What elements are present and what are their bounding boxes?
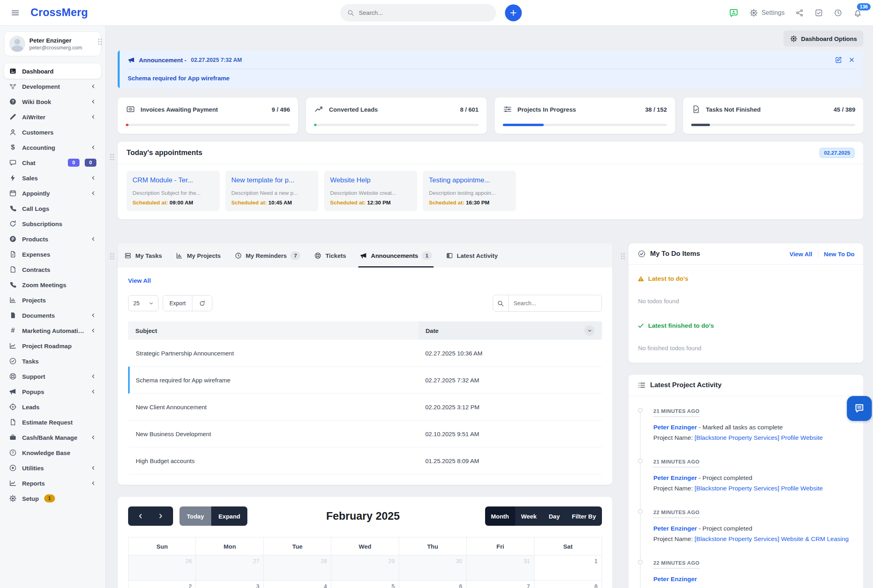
sort-chevron-button[interactable] [584,325,595,336]
calendar-day[interactable]: 1 [534,555,602,580]
table-search-input[interactable] [509,300,602,306]
drag-handle[interactable] [620,252,626,260]
table-row[interactable]: New Business Development02.10.2025 9:51 … [128,421,602,447]
drag-handle[interactable] [97,38,103,46]
user-card[interactable]: Peter Enzinger peter@crossmerg.com [4,31,101,56]
tab-my-projects[interactable]: My Projects [175,243,220,267]
stat-card-invoices[interactable]: Invoices Awaiting Payment 9 / 496 [118,98,298,134]
support-chat-icon[interactable] [728,8,739,18]
calendar-day[interactable]: 3 [196,580,263,588]
sidebar-item-project-roadmap[interactable]: Project Roadmap [4,338,101,353]
appointment-card[interactable]: New template for p... Description Need a… [225,171,318,211]
sidebar-item-knowledge-base[interactable]: Knowledge Base [4,445,101,460]
calendar-day[interactable]: 28 [264,555,331,580]
table-row[interactable]: Strategic Partnership Announcement02.27.… [128,340,602,367]
table-row[interactable]: High Budget accounts01.25.2025 8:09 AM [128,447,602,474]
export-button[interactable]: Export [163,296,192,311]
sidebar-item-marketing-automation[interactable]: #Marketing Automation [4,323,101,338]
notifications-button[interactable]: 136 [853,8,863,18]
sidebar-item-call-logs[interactable]: Call Logs [4,201,101,216]
calendar-view-week[interactable]: Week [515,506,543,526]
menu-toggle-icon[interactable] [10,8,20,18]
tab-my-reminders[interactable]: My Reminders7 [235,243,301,267]
sidebar-item-contracts[interactable]: Contracts [4,262,101,277]
calendar-day[interactable]: 8 [534,580,602,588]
appointment-card[interactable]: Website Help Description Website creat..… [324,171,417,211]
table-row-selected[interactable]: Schema required for App wireframe02.27.2… [128,367,602,394]
calendar-expand-button[interactable]: Expand [211,506,247,526]
calendar-filter-by[interactable]: Filter By [566,506,602,526]
appointment-card[interactable]: CRM Module - Ter... Description Subject … [126,171,220,211]
column-header-subject[interactable]: Subject [128,321,418,340]
appointment-card[interactable]: Testing appointme... Description testing… [423,171,516,211]
close-icon[interactable] [848,56,855,63]
table-search[interactable] [493,295,602,312]
activity-user-link[interactable]: Peter Enzinger [653,525,697,532]
share-icon[interactable] [795,8,804,17]
sidebar-item-documents[interactable]: Documents [4,308,101,323]
calendar-next-button[interactable] [151,506,171,526]
calendar-day[interactable]: 5 [331,580,399,588]
activity-project-link[interactable]: [Blackstone Property Services] Profile W… [695,434,823,441]
calendar-day[interactable]: 30 [399,555,467,580]
sidebar-item-reports[interactable]: Reports [4,476,101,491]
sidebar-item-leads[interactable]: Leads [4,399,101,414]
activity-user-link[interactable]: Peter Enzinger [653,576,697,582]
global-search-input[interactable] [359,9,490,16]
refresh-button[interactable] [192,296,212,311]
global-search[interactable] [340,4,496,22]
sidebar-item-zoom-meetings[interactable]: Zoom Meetings [4,277,101,292]
sidebar-item-utilities[interactable]: Utilities [4,460,101,476]
table-row[interactable]: New Client Announcement02.20.2025 3:12 P… [128,394,602,421]
sidebar-item-support[interactable]: Support [4,369,101,384]
drag-handle[interactable] [109,252,115,260]
floating-chat-button[interactable] [847,396,872,421]
calendar-day[interactable]: 4 [264,580,331,588]
edit-icon[interactable] [834,56,842,64]
history-clock-icon[interactable] [834,8,842,17]
settings-button[interactable]: Settings [749,8,785,17]
stat-card-tasks-not-finished[interactable]: Tasks Not Finished 45 / 389 [683,98,863,134]
tab-announcements[interactable]: Announcements1 [360,243,432,267]
stat-card-converted-leads[interactable]: Converted Leads 8 / 601 [306,98,486,134]
dashboard-options-button[interactable]: Dashboard Options [783,31,863,47]
tab-my-tasks[interactable]: My Tasks [124,243,162,267]
calendar-view-day[interactable]: Day [543,506,566,526]
drag-handle[interactable] [109,153,115,161]
sidebar-item-customers[interactable]: Customers [4,125,101,140]
sidebar-item-subscriptions[interactable]: Subscriptions [4,216,101,231]
quick-add-button[interactable] [505,4,522,21]
sidebar-item-development[interactable]: Development [4,79,101,94]
calendar-day[interactable]: 31 [467,555,534,580]
sidebar-item-aiwriter[interactable]: AiWriter [4,109,101,125]
stat-card-projects-in-progress[interactable]: Projects In Progress 38 / 152 [495,98,675,134]
activity-project-link[interactable]: [Blackstone Property Services] Profile W… [695,485,823,492]
sidebar-item-popups[interactable]: Popups [4,384,101,399]
appointments-date-badge[interactable]: 02.27.2025 [820,148,855,158]
sidebar-item-tasks[interactable]: Tasks [4,353,101,369]
calendar-day[interactable]: 26 [129,555,196,580]
column-header-date[interactable]: Date [418,321,602,340]
calendar-prev-button[interactable] [131,506,151,526]
sidebar-item-wiki-book[interactable]: Wiki Book [4,94,101,109]
sidebar-item-expenses[interactable]: Expenses [4,247,101,262]
calendar-today-button[interactable]: Today [179,506,211,526]
tab-tickets[interactable]: Tickets [314,243,346,267]
tasks-check-icon[interactable] [814,8,823,17]
sidebar-item-dashboard[interactable]: Dashboard [4,63,101,79]
sidebar-item-projects[interactable]: Projects [4,292,101,308]
activity-user-link[interactable]: Peter Enzinger [653,424,697,431]
calendar-view-month[interactable]: Month [485,506,515,526]
calendar-day[interactable]: 2 [129,580,196,588]
sidebar-item-estimate-request[interactable]: Estimate Request [4,414,101,430]
sidebar-item-chat[interactable]: Chat00 [4,155,101,170]
calendar-day[interactable]: 29 [331,555,399,580]
sidebar-item-products[interactable]: Products [4,231,101,247]
page-size-select[interactable]: 25 [128,295,159,311]
activity-user-link[interactable]: Peter Enzinger [653,474,697,481]
calendar-day[interactable]: 6 [399,580,467,588]
calendar-day[interactable]: 7 [467,580,534,588]
app-logo[interactable]: CrossMerg [31,6,88,19]
sidebar-item-setup[interactable]: Setup1 [4,491,101,506]
view-all-link[interactable]: View All [128,277,151,284]
